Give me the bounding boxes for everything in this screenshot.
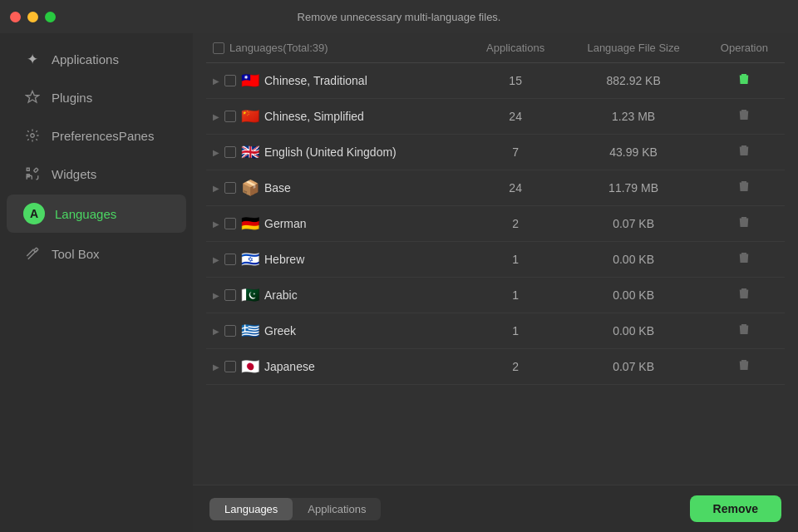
row-checkbox[interactable] <box>224 325 236 337</box>
operation-cell <box>704 313 785 349</box>
expand-arrow[interactable]: ▶ <box>213 291 219 300</box>
lang-name: German <box>264 217 307 230</box>
row-checkbox[interactable] <box>224 146 236 158</box>
languages-icon: A <box>23 203 45 224</box>
operation-cell <box>704 170 785 206</box>
remove-button[interactable]: Remove <box>690 495 781 522</box>
expand-arrow[interactable]: ▶ <box>213 184 219 193</box>
flag-icon: 🇯🇵 <box>241 357 259 376</box>
lang-name-cell: ▶ 🇹🇼 Chinese, Traditional <box>206 63 468 99</box>
lang-name: Hebrew <box>264 253 304 266</box>
apps-count: 1 <box>468 313 564 349</box>
col-header-operation: Operation <box>704 33 785 63</box>
col-header-languages: Languages(Total:39) <box>206 33 468 63</box>
titlebar: Remove unnecessary multi-language files. <box>0 0 798 33</box>
delete-icon[interactable] <box>736 111 751 125</box>
lang-name: Chinese, Traditional <box>264 74 367 87</box>
file-size: 0.00 KB <box>563 278 703 313</box>
flag-icon: 📦 <box>241 179 259 197</box>
operation-cell <box>704 242 785 278</box>
delete-icon[interactable] <box>736 361 751 375</box>
expand-arrow[interactable]: ▶ <box>213 327 219 336</box>
apps-count: 15 <box>468 63 564 99</box>
sidebar-item-plugins[interactable]: Plugins <box>7 80 186 115</box>
apps-count: 2 <box>468 349 564 385</box>
operation-cell <box>704 135 785 170</box>
operation-cell <box>704 278 785 313</box>
table-row: ▶ 🇨🇳 Chinese, Simplified 24 1.23 MB <box>206 99 785 135</box>
lang-name: Chinese, Simplified <box>264 110 364 123</box>
lang-name: Japanese <box>264 360 315 373</box>
row-checkbox[interactable] <box>224 182 236 194</box>
plugins-icon <box>23 88 42 106</box>
table-row: ▶ 📦 Base 24 11.79 MB <box>206 170 785 206</box>
tab-group: Languages Applications <box>209 498 381 520</box>
widgets-icon <box>23 165 42 183</box>
file-size: 0.07 KB <box>563 206 703 242</box>
delete-icon[interactable] <box>736 325 751 339</box>
language-table: Languages(Total:39) Applications Languag… <box>206 33 785 385</box>
main-layout: ✦ Applications Plugins PreferencesPanes <box>0 33 798 532</box>
delete-icon[interactable] <box>736 75 751 89</box>
sidebar-item-languages[interactable]: A Languages <box>7 195 186 233</box>
table-row: ▶ 🇵🇰 Arabic 1 0.00 KB <box>206 278 785 313</box>
sidebar-label-applications: Applications <box>52 52 119 66</box>
bottom-bar: Languages Applications Remove <box>193 485 798 532</box>
row-checkbox[interactable] <box>224 75 236 86</box>
expand-arrow[interactable]: ▶ <box>213 255 219 264</box>
select-all-checkbox[interactable] <box>213 42 224 54</box>
apps-count: 24 <box>468 170 564 206</box>
delete-icon[interactable] <box>736 218 751 232</box>
file-size: 43.99 KB <box>563 135 703 170</box>
sidebar-item-applications[interactable]: ✦ Applications <box>7 42 186 76</box>
tab-applications[interactable]: Applications <box>293 498 381 520</box>
file-size: 0.07 KB <box>563 349 703 385</box>
lang-name-cell: ▶ 🇮🇱 Hebrew <box>206 242 468 278</box>
apps-count: 7 <box>468 135 564 170</box>
row-checkbox[interactable] <box>224 361 236 372</box>
table-row: ▶ 🇬🇧 English (United Kingdom) 7 43.99 KB <box>206 135 785 170</box>
sidebar-label-preferencespanes: PreferencesPanes <box>52 129 154 143</box>
sidebar-item-widgets[interactable]: Widgets <box>7 156 186 191</box>
row-checkbox[interactable] <box>224 111 236 122</box>
delete-icon[interactable] <box>736 289 751 303</box>
table-row: ▶ 🇬🇷 Greek 1 0.00 KB <box>206 313 785 349</box>
sidebar-item-preferencespanes[interactable]: PreferencesPanes <box>7 118 186 153</box>
preferencespanes-icon <box>23 126 42 145</box>
col-header-filesize: Language File Size <box>563 33 703 63</box>
sidebar: ✦ Applications Plugins PreferencesPanes <box>0 33 193 532</box>
row-checkbox[interactable] <box>224 218 236 229</box>
row-checkbox[interactable] <box>224 254 236 265</box>
delete-icon[interactable] <box>736 254 751 268</box>
window-title: Remove unnecessary multi-language files. <box>298 11 501 23</box>
expand-arrow[interactable]: ▶ <box>213 112 219 121</box>
expand-arrow[interactable]: ▶ <box>213 362 219 372</box>
svg-point-0 <box>31 134 35 138</box>
lang-name: English (United Kingdom) <box>264 145 397 159</box>
maximize-button[interactable] <box>45 12 56 22</box>
apps-count: 24 <box>468 99 564 135</box>
tab-languages[interactable]: Languages <box>209 498 293 520</box>
delete-icon[interactable] <box>736 146 751 160</box>
minimize-button[interactable] <box>27 12 38 22</box>
operation-cell <box>704 63 785 99</box>
language-table-container[interactable]: Languages(Total:39) Applications Languag… <box>193 33 798 485</box>
table-body: ▶ 🇹🇼 Chinese, Traditional 15 882.92 KB ▶ <box>206 63 785 385</box>
file-size: 882.92 KB <box>563 63 703 99</box>
expand-arrow[interactable]: ▶ <box>213 219 219 229</box>
expand-arrow[interactable]: ▶ <box>213 148 219 157</box>
sidebar-label-widgets: Widgets <box>52 167 96 181</box>
flag-icon: 🇨🇳 <box>241 107 259 126</box>
sidebar-item-toolbox[interactable]: Tool Box <box>7 236 186 271</box>
lang-name: Arabic <box>264 288 298 302</box>
operation-cell <box>704 206 785 242</box>
expand-arrow[interactable]: ▶ <box>213 76 219 86</box>
close-button[interactable] <box>10 12 21 22</box>
table-row: ▶ 🇯🇵 Japanese 2 0.07 KB <box>206 349 785 385</box>
table-row: ▶ 🇩🇪 German 2 0.07 KB <box>206 206 785 242</box>
lang-name-cell: ▶ 🇬🇷 Greek <box>206 313 468 349</box>
row-checkbox[interactable] <box>224 289 236 301</box>
table-header: Languages(Total:39) Applications Languag… <box>206 33 785 63</box>
file-size: 0.00 KB <box>563 313 703 349</box>
delete-icon[interactable] <box>736 182 751 196</box>
